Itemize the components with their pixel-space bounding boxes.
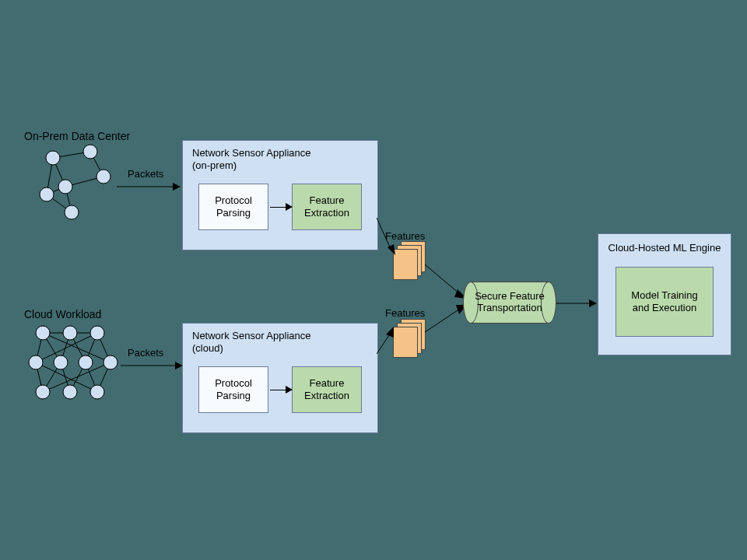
arrow-cloud-to-docs xyxy=(377,327,400,358)
svg-point-43 xyxy=(36,385,50,399)
svg-point-8 xyxy=(46,151,60,165)
arrow-onprem-inner-head xyxy=(286,203,293,211)
arrow-transport-to-ml xyxy=(556,296,599,311)
ml-engine: Cloud-Hosted ML Engine Model Trainingand… xyxy=(598,233,731,355)
ml-model-box: Model Trainingand Execution xyxy=(615,267,714,337)
cloud-network-icon xyxy=(23,322,128,408)
svg-marker-17 xyxy=(388,244,395,255)
arrow-cloud-inner xyxy=(270,390,287,390)
svg-point-10 xyxy=(96,170,110,184)
svg-point-39 xyxy=(29,355,43,369)
svg-point-11 xyxy=(58,180,72,194)
arrow-onprem-to-docs xyxy=(377,218,400,264)
onprem-network-icon xyxy=(30,144,123,222)
features-label-cloud: Features xyxy=(385,307,425,319)
packets-label-cloud: Packets xyxy=(128,347,163,359)
svg-point-12 xyxy=(40,187,54,201)
appliance-onprem: Network Sensor Appliance(on-prem) Protoc… xyxy=(182,140,378,250)
diagram-canvas: On-Prem Data Center Packets Network Sens… xyxy=(0,0,747,560)
svg-line-52 xyxy=(425,309,460,332)
cloud-protocol-parsing: ProtocolParsing xyxy=(198,366,268,413)
arrow-cloud-inner-head xyxy=(286,386,293,394)
svg-point-40 xyxy=(54,355,68,369)
onprem-title: On-Prem Data Center xyxy=(24,130,130,142)
svg-line-48 xyxy=(377,333,391,354)
svg-point-41 xyxy=(79,355,93,369)
secure-transport: Secure FeatureTransportation xyxy=(463,282,556,324)
svg-point-37 xyxy=(63,326,77,340)
arrow-cloud-packets xyxy=(121,358,187,373)
svg-point-13 xyxy=(65,205,79,219)
svg-point-42 xyxy=(103,355,117,369)
onprem-feature-extraction: FeatureExtraction xyxy=(292,184,362,230)
svg-point-9 xyxy=(83,145,97,159)
svg-marker-15 xyxy=(173,183,181,191)
svg-marker-49 xyxy=(386,327,394,338)
packets-label-onprem: Packets xyxy=(128,168,163,180)
svg-line-50 xyxy=(425,264,460,294)
secure-transport-label: Secure FeatureTransportation xyxy=(463,291,556,314)
cloud-title: Cloud Workload xyxy=(24,308,101,320)
appliance-cloud-title: Network Sensor Appliance(cloud) xyxy=(192,330,310,355)
appliance-onprem-title: Network Sensor Appliance(on-prem) xyxy=(192,147,310,173)
svg-marker-55 xyxy=(589,299,597,307)
svg-point-38 xyxy=(90,326,104,340)
ml-engine-title: Cloud-Hosted ML Engine xyxy=(598,242,731,254)
svg-point-36 xyxy=(36,326,50,340)
appliance-cloud: Network Sensor Appliance(cloud) Protocol… xyxy=(182,323,378,433)
svg-line-16 xyxy=(377,218,391,249)
cloud-feature-extraction: FeatureExtraction xyxy=(292,366,362,413)
svg-point-44 xyxy=(63,385,77,399)
arrow-onprem-inner xyxy=(270,207,287,208)
onprem-protocol-parsing: ProtocolParsing xyxy=(198,184,268,230)
arrow-onprem-packets xyxy=(117,179,183,194)
svg-point-45 xyxy=(90,385,104,399)
